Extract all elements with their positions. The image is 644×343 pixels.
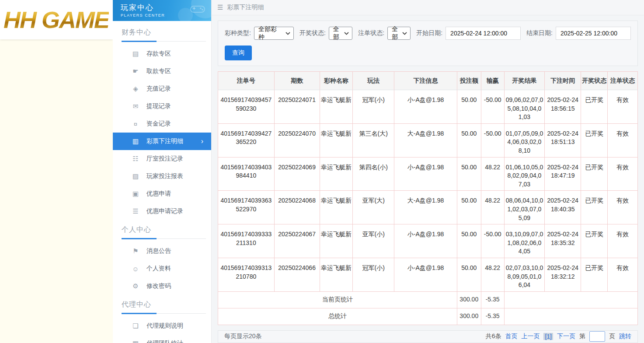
section-underline (122, 238, 206, 239)
cell: 亚军(小) (353, 224, 394, 258)
cell: 大-A盘@1.98 (394, 123, 457, 157)
per-page-info: 每页显示20条 (224, 332, 262, 340)
cell: 第四名(小) (353, 157, 394, 191)
cell: -50.00 (481, 90, 504, 124)
start-date-input[interactable] (446, 27, 521, 40)
sidebar-item-link[interactable]: ▨玩家投注报表 (113, 168, 211, 185)
sidebar-item-link[interactable]: ❏代理规则说明 (113, 317, 211, 335)
sidebar-item-active[interactable]: ▥彩票下注明细› (113, 133, 211, 150)
sidebar-item-link[interactable]: ▣优惠申请 (113, 185, 211, 203)
summary-label: 当前页统计 (218, 291, 457, 308)
section-title: 个人中心 (113, 220, 211, 234)
cell: 50.00 (457, 157, 481, 191)
cell: 401569174039427365220 (218, 123, 275, 157)
draw-status-select[interactable]: 全部 (329, 27, 353, 40)
jump-suffix-label: 页 (609, 332, 615, 340)
sidebar-item-link[interactable]: ¤资金记录 (113, 115, 211, 133)
first-page-link[interactable]: 首页 (505, 332, 517, 340)
cell: 亚军(大) (353, 191, 394, 224)
filter-panel: 彩种类型: 全部彩种 开奖状态: 全部 注单状态: 全部 开始日期: 结束日期:… (218, 21, 638, 66)
cell: 20250224067 (274, 224, 320, 258)
cell: 小-A盘@1.98 (394, 157, 457, 191)
query-button[interactable]: 查询 (225, 46, 252, 60)
cell: 48.22 (481, 258, 504, 291)
order-status-value: 全部 (392, 25, 398, 41)
cell: 01,06,10,05,08,02,09,04,07,03 (504, 157, 545, 191)
end-date-input[interactable] (556, 27, 631, 40)
prev-page-link[interactable]: 上一页 (521, 332, 540, 340)
sidebar-item-link[interactable]: ⚙修改密码 (113, 277, 211, 295)
password-gear-icon: ⚙ (131, 282, 140, 290)
sidebar-item-link[interactable]: ☛取款专区 (113, 63, 211, 80)
cell: 2025-02-24 18:35:32 (545, 224, 581, 258)
summary-row: 总统计300.00-5.35 (218, 308, 638, 325)
summary-bet-total: 300.00 (457, 291, 481, 308)
total-count: 共6条 (486, 332, 501, 340)
cell: 48.22 (481, 157, 504, 191)
cell: 01,07,05,09,04,06,03,02,08,10 (504, 123, 545, 157)
bets-table-card: 注单号期数彩种名称玩法下注信息投注额输赢开奖结果下注时间开奖状态注单状态 401… (218, 71, 638, 325)
sidebar-item-link[interactable]: ▤存款专区 (113, 45, 211, 63)
cell: 已开奖 (581, 123, 608, 157)
order-status-label: 注单状态: (358, 29, 384, 37)
sidebar-item-label: 优惠申请 (146, 190, 171, 198)
cell: -50.00 (481, 224, 504, 258)
cell: 有效 (608, 191, 638, 224)
lottery-type-value: 全部彩种 (258, 25, 281, 41)
cell: 02,07,03,10,08,09,05,01,06,04 (504, 258, 545, 291)
left-strip: HH GAME (0, 0, 113, 343)
chevron-down-icon (402, 32, 407, 35)
cell: 50.00 (457, 224, 481, 258)
cell: 已开奖 (581, 258, 608, 291)
funds-record-icon: ¤ (131, 120, 140, 128)
cell: 50.00 (457, 90, 481, 124)
table-row: 40156917403936352297020250224068幸运飞艇新亚军(… (218, 191, 638, 224)
summary-winloss-total: -5.35 (481, 291, 504, 308)
sidebar-item-link[interactable]: ▦代理团队统计 (113, 335, 211, 343)
cell: 20250224071 (274, 90, 320, 124)
page-title: 彩票下注明细 (227, 4, 264, 11)
cell: 有效 (608, 90, 638, 124)
logo-bar: HH GAME (0, 0, 113, 39)
withdrawal-record-icon: ✉ (131, 102, 140, 110)
order-status-select[interactable]: 全部 (387, 27, 411, 40)
pagination-bar: 每页显示20条 共6条 首页 上一页 [1] 下一页 第 页 跳转 (218, 330, 638, 343)
sidebar-item-label: 玩家投注报表 (146, 172, 183, 180)
lottery-type-select[interactable]: 全部彩种 (254, 27, 294, 40)
cell: 50.00 (457, 123, 481, 157)
promo-apply-icon: ▣ (131, 190, 140, 198)
sidebar-item-link[interactable]: ✉提现记录 (113, 98, 211, 115)
jump-button[interactable]: 跳转 (619, 332, 631, 340)
cell: 20250224070 (274, 123, 320, 157)
next-page-link[interactable]: 下一页 (557, 332, 575, 340)
cell: 20250224066 (274, 258, 320, 291)
cell: 第三名(大) (353, 123, 394, 157)
sidebar-item-link[interactable]: ☷厅室投注记录 (113, 150, 211, 168)
cell: 幸运飞艇新 (320, 258, 353, 291)
sidebar-item-link[interactable]: ◈充值记录 (113, 80, 211, 98)
table-row: 40156917403942736522020250224070幸运飞艇新第三名… (218, 123, 638, 157)
hall-bet-record-icon: ☷ (131, 155, 140, 163)
cell: 有效 (608, 157, 638, 191)
cell: 小-A盘@1.98 (394, 224, 457, 258)
cell: 有效 (608, 224, 638, 258)
sidebar-item-link[interactable]: ☺个人资料 (113, 260, 211, 277)
cell: 2025-02-24 18:51:13 (545, 123, 581, 157)
cell: 幸运飞艇新 (320, 191, 353, 224)
cell: 已开奖 (581, 157, 608, 191)
sidebar-item-link[interactable]: ☰优惠申请记录 (113, 203, 211, 220)
sidebar-item-label: 代理规则说明 (146, 322, 183, 330)
deposit-card-icon: ▤ (131, 50, 140, 58)
sidebar-item-label: 取款专区 (146, 67, 171, 75)
cell: 401569174039363522970 (218, 191, 275, 224)
hamburger-menu-icon[interactable]: ☰ (217, 4, 223, 11)
withdraw-hand-icon: ☛ (131, 67, 140, 75)
summary-row: 当前页统计300.00-5.35 (218, 291, 638, 308)
page-jump-input[interactable] (589, 331, 605, 342)
sidebar-item-link[interactable]: ⚑消息公告 (113, 242, 211, 260)
column-header: 注单状态 (608, 72, 638, 90)
cell: 冠军(小) (353, 90, 394, 124)
cell: 2025-02-24 18:32:12 (545, 258, 581, 291)
chevron-right-icon: › (201, 137, 203, 145)
sidebar-nav: 财务中心▤存款专区☛取款专区◈充值记录✉提现记录¤资金记录▥彩票下注明细›☷厅室… (113, 21, 211, 343)
